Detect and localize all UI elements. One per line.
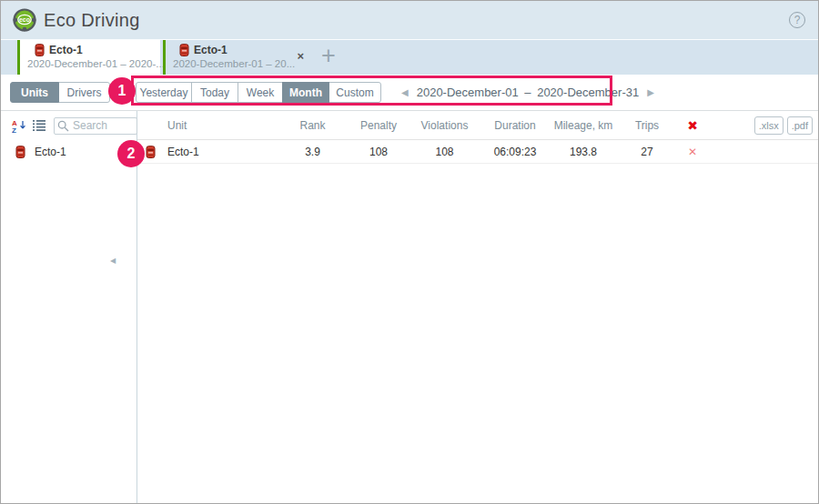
cell-trips: 27: [615, 146, 679, 158]
custom-button[interactable]: Custom: [329, 82, 381, 103]
tab-bar: Ecto-1 2020-December-01 – 2020-... Ecto-…: [1, 40, 818, 75]
tab-title: Ecto-1: [194, 44, 228, 56]
delete-row-icon[interactable]: ✕: [688, 146, 697, 158]
car-icon: [179, 44, 189, 56]
column-delete: ✖: [679, 118, 706, 133]
cell-rank: 3.9: [278, 146, 347, 158]
tab-subtitle: 2020-December-01 – 2020-...: [27, 58, 153, 69]
cell-unit-label: Ecto-1: [167, 146, 199, 158]
mode-button-group: Units Drivers: [10, 82, 110, 103]
drivers-button[interactable]: Drivers: [58, 82, 110, 103]
week-button[interactable]: Week: [238, 82, 283, 103]
car-icon: [35, 44, 45, 56]
column-penalty: Penalty: [347, 119, 410, 132]
page-title: Eco Driving: [44, 10, 140, 31]
column-violations: Violations: [410, 119, 479, 132]
annotation-badge-1: 1: [108, 77, 136, 105]
add-tab-button[interactable]: +: [310, 40, 347, 75]
cell-delete: ✕: [679, 146, 706, 158]
yesterday-button[interactable]: Yesterday: [136, 82, 192, 103]
search-box: [54, 116, 137, 135]
export-pdf-button[interactable]: .pdf: [787, 116, 813, 135]
list-view-icon[interactable]: [33, 120, 46, 131]
tab-ecto-1-inactive[interactable]: Ecto-1 2020-December-01 – 20... ×: [163, 40, 310, 75]
search-input[interactable]: [54, 117, 137, 135]
next-period-icon[interactable]: ▶: [647, 87, 654, 97]
close-tab-icon[interactable]: ×: [297, 50, 304, 62]
tab-ecto-1-active[interactable]: Ecto-1 2020-December-01 – 2020-...: [17, 40, 160, 75]
column-duration: Duration: [479, 119, 551, 132]
cell-duration: 06:09:23: [479, 146, 551, 158]
svg-text:eco: eco: [19, 16, 30, 23]
tab-title: Ecto-1: [49, 44, 83, 56]
cell-violations: 108: [410, 146, 479, 158]
period-button-group: Yesterday Today Week Month Custom: [136, 82, 381, 103]
export-xlsx-button[interactable]: .xlsx: [754, 116, 784, 135]
cell-mileage: 193.8: [551, 146, 615, 158]
date-range-label: 2020-December-01 – 2020-December-31: [417, 86, 639, 99]
unit-label: Ecto-1: [35, 146, 66, 158]
sidebar-item-ecto-1[interactable]: Ecto-1: [1, 140, 136, 164]
export-buttons: .xlsx .pdf: [754, 116, 818, 135]
prev-period-icon[interactable]: ◀: [401, 87, 409, 97]
annotation-badge-2: 2: [117, 140, 145, 167]
unit-sidebar: A Z: [1, 111, 137, 504]
help-icon[interactable]: ?: [789, 12, 805, 28]
sidebar-header: A Z: [1, 111, 136, 140]
content-area: A Z: [1, 111, 818, 504]
delete-all-icon[interactable]: ✖: [687, 118, 698, 133]
tab-title-row: Ecto-1: [35, 44, 153, 56]
eco-driving-logo-icon: eco: [13, 8, 36, 32]
app-window: eco Eco Driving ? Ecto-1 2020-December-0…: [0, 0, 819, 504]
date-navigation: ◀ 2020-December-01 – 2020-December-31 ▶: [401, 82, 654, 103]
month-button[interactable]: Month: [282, 82, 329, 103]
report-table: Unit Rank Penalty Violations Duration Mi…: [137, 111, 818, 504]
units-button[interactable]: Units: [10, 82, 59, 103]
tab-subtitle: 2020-December-01 – 20...: [173, 58, 303, 69]
column-mileage: Mileage, km: [551, 119, 615, 132]
cell-penalty: 108: [347, 146, 410, 158]
column-trips: Trips: [615, 119, 679, 132]
app-header: eco Eco Driving ?: [1, 1, 818, 40]
tab-title-row: Ecto-1: [179, 44, 303, 56]
table-row[interactable]: Ecto-1 3.9 108 108 06:09:23 193.8 27 ✕: [137, 140, 818, 164]
item-arrow-icon: ◀: [110, 257, 116, 265]
svg-text:Z: Z: [12, 126, 16, 133]
column-rank: Rank: [278, 119, 347, 132]
car-icon: [15, 146, 25, 158]
column-unit: Unit: [137, 119, 278, 132]
today-button[interactable]: Today: [191, 82, 238, 103]
cell-unit: Ecto-1: [137, 146, 278, 158]
table-header-row: Unit Rank Penalty Violations Duration Mi…: [137, 111, 818, 140]
sort-az-icon[interactable]: A Z: [12, 119, 26, 133]
car-icon: [146, 146, 156, 158]
